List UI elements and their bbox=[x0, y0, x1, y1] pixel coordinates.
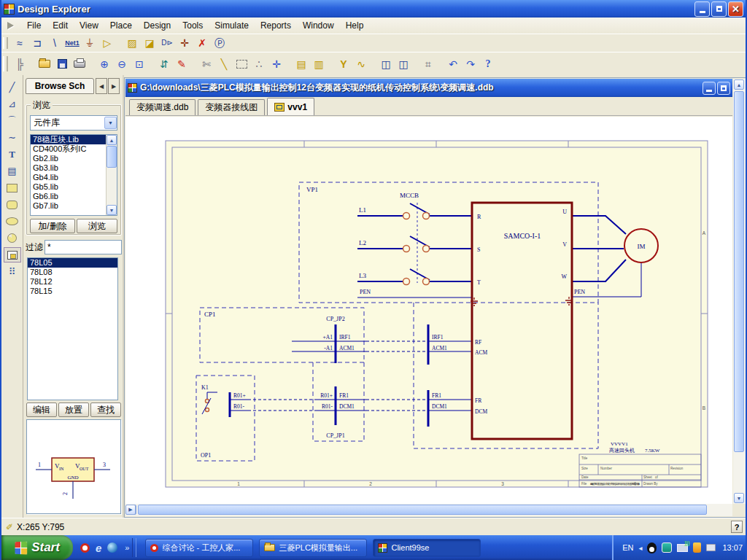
doc-restore-button[interactable] bbox=[717, 82, 730, 95]
save-icon[interactable] bbox=[53, 56, 71, 72]
opera-icon[interactable] bbox=[80, 543, 90, 553]
edit-component-button[interactable]: 编辑 bbox=[26, 402, 57, 417]
scroll-down-icon[interactable]: ▼ bbox=[734, 493, 744, 503]
ellipse-tool-icon[interactable] bbox=[4, 214, 21, 229]
tab-browse-sch[interactable]: Browse Sch bbox=[26, 78, 94, 94]
browse-library-button[interactable]: 浏览 bbox=[77, 219, 117, 233]
toolbar-grip[interactable] bbox=[3, 56, 8, 72]
no-erc-tool-icon[interactable]: ✗ bbox=[193, 35, 211, 51]
selection-icon[interactable] bbox=[233, 56, 250, 72]
text-tool-icon[interactable]: T bbox=[4, 147, 21, 162]
close-button[interactable]: ✕ bbox=[728, 1, 743, 17]
wire-tool-icon[interactable]: ≈ bbox=[11, 35, 28, 51]
scrollbar-thumb[interactable] bbox=[107, 146, 117, 168]
power-port-tool-icon[interactable]: ⏚ bbox=[81, 35, 98, 51]
run-simulation-icon[interactable]: ∿ bbox=[352, 56, 370, 72]
task-folder-window[interactable]: 三菱PLC模拟量输出... bbox=[259, 539, 367, 557]
polygon-tool-icon[interactable]: ⊿ bbox=[4, 96, 21, 112]
add-remove-library-button[interactable]: 加/删除 bbox=[30, 219, 75, 233]
filter-input[interactable] bbox=[44, 240, 122, 254]
vertical-scrollbar[interactable]: ▲ ▼ bbox=[733, 79, 746, 504]
menu-file[interactable]: File bbox=[21, 18, 47, 33]
scroll-up-icon[interactable]: ▲ bbox=[734, 79, 744, 90]
component-item[interactable]: 78L15 bbox=[28, 287, 117, 296]
menu-place[interactable]: Place bbox=[104, 18, 138, 33]
cutter-icon[interactable]: ✄ bbox=[198, 56, 215, 72]
undo-icon[interactable]: ↶ bbox=[444, 56, 462, 72]
menu-tools[interactable]: Tools bbox=[177, 18, 209, 33]
messenger-tray-icon[interactable] bbox=[693, 542, 701, 553]
deselect-icon[interactable]: ∴ bbox=[250, 56, 268, 72]
toolbar-grip[interactable] bbox=[3, 37, 8, 50]
bezier-tool-icon[interactable]: ∼ bbox=[4, 130, 21, 145]
tray-collapse-icon[interactable]: ◂ bbox=[638, 544, 642, 552]
probe-tool-icon[interactable]: Ⓟ bbox=[211, 35, 228, 51]
clock[interactable]: 13:07 bbox=[722, 543, 743, 552]
library-item[interactable]: Gb3.lib bbox=[31, 163, 117, 173]
component-item[interactable]: 78L12 bbox=[28, 277, 117, 287]
context-help-button[interactable]: ? bbox=[731, 521, 743, 533]
wand-icon[interactable]: ✎ bbox=[173, 56, 190, 72]
sheet-symbol-tool-icon[interactable]: ▨ bbox=[123, 35, 141, 51]
arc-tool-icon[interactable]: ⌒ bbox=[4, 113, 21, 128]
pie-tool-icon[interactable] bbox=[4, 230, 21, 246]
doc-minimize-button[interactable] bbox=[703, 82, 716, 95]
zoom-area-icon[interactable]: ⊡ bbox=[131, 56, 148, 72]
menu-reports[interactable]: Reports bbox=[255, 18, 297, 33]
qq-tray-icon[interactable] bbox=[647, 542, 657, 553]
round-rect-tool-icon[interactable] bbox=[4, 197, 21, 212]
find-component-button[interactable]: 查找 bbox=[90, 402, 121, 417]
scroll-right-icon[interactable]: ▶ bbox=[125, 505, 136, 515]
redo-icon[interactable]: ↷ bbox=[462, 56, 479, 72]
graphic-tool-icon[interactable] bbox=[4, 247, 21, 262]
library-listbox[interactable]: 78稳压块.Lib CD4000系列IC Gb2.lib Gb3.lib Gb4… bbox=[30, 134, 117, 216]
component-item[interactable]: 78L05 bbox=[28, 258, 117, 268]
panel-tab-right-arrow[interactable]: ▶ bbox=[108, 78, 120, 94]
print-icon[interactable] bbox=[71, 56, 88, 72]
shield-a-icon[interactable]: ◫ bbox=[377, 56, 395, 72]
port-tool-icon[interactable]: D⊳ bbox=[158, 35, 176, 51]
bus-entry-tool-icon[interactable]: \ bbox=[46, 35, 63, 51]
line-icon[interactable]: ╲ bbox=[215, 56, 233, 72]
sheet-entry-tool-icon[interactable]: ◪ bbox=[141, 35, 158, 51]
scrollbar-thumb[interactable] bbox=[138, 505, 707, 515]
menu-window[interactable]: Window bbox=[297, 18, 340, 33]
restore-button[interactable] bbox=[711, 1, 727, 17]
net-label-tool-icon[interactable]: Net1 bbox=[63, 35, 81, 51]
hierarchy-up-down-icon[interactable]: ⇵ bbox=[155, 56, 173, 72]
task-client99se[interactable]: Client99se bbox=[373, 539, 481, 557]
array-paste-tool-icon[interactable]: ⠿ bbox=[4, 264, 21, 279]
component-listbox[interactable]: 78L05 78L08 78L12 78L15 bbox=[27, 257, 118, 400]
design-manager-icon[interactable]: ╠ bbox=[11, 56, 28, 72]
panel-tab-left-arrow[interactable]: ◀ bbox=[96, 78, 107, 94]
scroll-down-icon[interactable]: ▼ bbox=[107, 205, 117, 215]
library-item[interactable]: 78稳压块.Lib bbox=[31, 135, 117, 144]
input-tray-icon[interactable] bbox=[706, 544, 716, 551]
library-edit-icon[interactable]: ▥ bbox=[310, 56, 328, 72]
menu-design[interactable]: Design bbox=[138, 18, 177, 33]
tab-bianpin-tiaosu-ddb[interactable]: 变频调速.ddb bbox=[129, 99, 196, 115]
menu-view[interactable]: View bbox=[74, 18, 104, 33]
library-item[interactable]: Gb4.lib bbox=[31, 173, 117, 182]
library-item[interactable]: CD4000系列IC bbox=[31, 144, 117, 154]
internet-explorer-icon[interactable]: e bbox=[96, 542, 101, 554]
net-manager-icon[interactable]: ⌗ bbox=[419, 56, 437, 72]
network-tray-icon[interactable] bbox=[677, 544, 688, 552]
library-item[interactable]: Gb6.lib bbox=[31, 192, 117, 201]
minimize-button[interactable] bbox=[694, 1, 710, 17]
globe-icon[interactable] bbox=[107, 542, 117, 553]
help-icon[interactable]: ? bbox=[479, 56, 497, 72]
library-item[interactable]: Gb7.lib bbox=[31, 201, 117, 211]
tab-vvv1[interactable]: vvv1 bbox=[267, 98, 314, 115]
rectangle-tool-icon[interactable] bbox=[4, 180, 21, 195]
horizontal-scrollbar[interactable]: ◀ ▶ bbox=[125, 504, 732, 516]
zoom-out-icon[interactable]: ⊖ bbox=[113, 56, 131, 72]
library-item[interactable]: Gb2.lib bbox=[31, 154, 117, 163]
text-frame-tool-icon[interactable]: ▤ bbox=[4, 163, 21, 179]
scrollbar-thumb[interactable] bbox=[734, 91, 744, 452]
schematic-canvas[interactable]: 1 2 3 4 A B bbox=[125, 117, 732, 504]
wrench-icon[interactable]: Υ bbox=[335, 56, 352, 72]
menu-edit[interactable]: Edit bbox=[47, 18, 74, 33]
component-item[interactable]: 78L08 bbox=[28, 268, 117, 277]
library-type-combobox[interactable]: 元件库 ▼ bbox=[30, 115, 117, 131]
